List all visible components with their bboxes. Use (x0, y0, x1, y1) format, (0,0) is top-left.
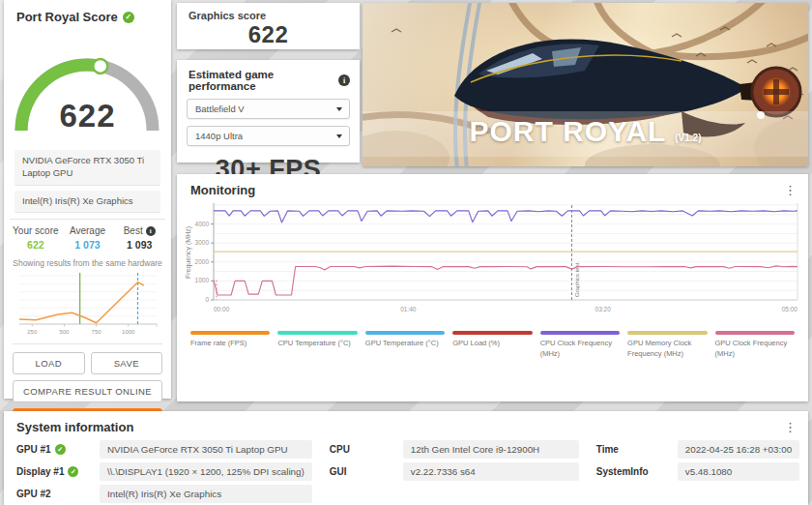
legend-swatch (540, 331, 620, 335)
best-value: 1 093 (113, 239, 165, 251)
legend-swatch (277, 331, 357, 335)
sysinfo-row-systeminfo: SystemInfo v5.48.1080 (596, 462, 799, 481)
check-icon: ✓ (55, 444, 66, 455)
legend-item: Frame rate (FPS) (190, 331, 270, 359)
legend-label: CPU Temperature (°C) (277, 339, 357, 349)
legend-item: GPU Memory Clock Frequency (MHz) (627, 331, 707, 359)
total-score-value: 622 (4, 98, 171, 134)
legend-swatch (715, 331, 795, 335)
display1-value: \\.\DISPLAY1 (1920 × 1200, 125% DPI scal… (100, 462, 312, 481)
legend-label: Frame rate (FPS) (190, 339, 270, 349)
game-performance-title: Estimated game performance (188, 69, 338, 92)
svg-text:00:00: 00:00 (214, 306, 230, 312)
svg-text:05:00: 05:00 (782, 306, 798, 312)
your-score-label: Your score (10, 225, 62, 236)
system-information-panel: System information ⋮ GPU #1 ✓ NVIDIA GeF… (4, 411, 808, 505)
legend-swatch (452, 331, 532, 335)
monitoring-panel: Monitoring ⋮ 01000200030004000Frequency … (177, 174, 808, 401)
best-cell: Best i 1 093 (113, 225, 165, 251)
gpu-list: NVIDIA GeForce RTX 3050 Ti Laptop GPU In… (14, 150, 160, 213)
sysinfo-row-display1: Display #1 ✓ \\.\DISPLAY1 (1920 × 1200, … (16, 462, 312, 481)
score-panel-title: Port Royal Score ✓ (4, 0, 171, 26)
gpu2-value: Intel(R) Iris(R) Xe Graphics (100, 485, 312, 503)
legend-label: GPU Temperature (°C) (365, 339, 445, 349)
sysinfo-row-time: Time 2022-04-25 16:28 +03:00 (596, 440, 799, 459)
check-icon: ✓ (68, 466, 78, 477)
svg-text:250: 250 (27, 329, 38, 335)
svg-text:0: 0 (205, 296, 209, 303)
svg-text:500: 500 (59, 329, 70, 335)
preset-select[interactable]: 1440p Ultra (187, 126, 350, 146)
svg-text:2000: 2000 (195, 258, 210, 265)
system-information-title: System information (16, 420, 133, 434)
legend-swatch (365, 331, 445, 335)
svg-text:3000: 3000 (195, 239, 210, 246)
legend-item: GPU Clock Frequency (MHz) (715, 331, 795, 359)
app-window: Port Royal Score ✓ 622 NVIDIA GeForce RT… (0, 0, 812, 505)
gpu1-label: GPU #1 (16, 444, 51, 455)
results-distribution-chart: 2505007501000 (14, 270, 161, 340)
svg-text:750: 750 (91, 329, 102, 335)
svg-text:1000: 1000 (122, 329, 135, 335)
legend-item: CPU Clock Frequency (MHz) (540, 331, 620, 359)
best-info-icon[interactable]: i (146, 226, 156, 236)
graphics-score-value: 622 (177, 21, 360, 48)
your-score-value: 622 (10, 239, 62, 251)
kebab-menu-icon[interactable]: ⋮ (780, 420, 800, 434)
legend-label: GPU Clock Frequency (MHz) (715, 339, 795, 359)
gpu-list-item-1: NVIDIA GeForce RTX 3050 Ti Laptop GPU (14, 150, 160, 186)
monitoring-legend: Frame rate (FPS) CPU Temperature (°C) GP… (190, 331, 795, 359)
sysinfo-row-cpu: CPU 12th Gen Intel Core i9-12900H (330, 440, 579, 459)
svg-text:03:20: 03:20 (595, 306, 612, 312)
save-button[interactable]: SAVE (91, 352, 163, 374)
sysinfo-row-gpu2: GPU #2 Intel(R) Iris(R) Xe Graphics (16, 485, 312, 503)
time-label: Time (596, 444, 619, 455)
gui-value: v2.22.7336 s64 (403, 462, 579, 481)
gpu2-label: GPU #2 (16, 489, 51, 499)
legend-item: CPU Temperature (°C) (277, 331, 357, 359)
load-button[interactable]: LOAD (13, 352, 85, 374)
results-note: Showing results from the same hardware (10, 258, 165, 268)
kebab-menu-icon[interactable]: ⋮ (780, 183, 800, 197)
game-performance-card: Estimated game performance i Battlefield… (177, 60, 360, 163)
score-gauge: 622 (4, 28, 171, 140)
legend-label: GPU Memory Clock Frequency (MHz) (627, 339, 707, 359)
score-summary: Your score 622 Average 1 073 Best i 1 09… (10, 219, 165, 251)
average-value: 1 073 (62, 239, 114, 251)
cpu-label: CPU (330, 444, 350, 455)
banner-version: (V1.2) (675, 133, 701, 143)
your-score-cell: Your score 622 (10, 225, 62, 251)
benchmark-banner: PORT ROYAL (V1.2) (362, 3, 808, 166)
legend-label: CPU Clock Frequency (MHz) (540, 339, 620, 359)
legend-label: GPU Load (%) (452, 339, 532, 349)
preset-select-value: 1440p Ultra (195, 131, 243, 141)
banner-title: PORT ROYAL (V1.2) (362, 115, 808, 148)
sysinfo-row-gui: GUI v2.22.7336 s64 (330, 462, 579, 481)
valid-check-icon: ✓ (123, 12, 134, 23)
game-select-value: Battlefield V (195, 104, 245, 114)
average-label: Average (62, 225, 114, 236)
sysinfo-row-gpu1: GPU #1 ✓ NVIDIA GeForce RTX 3050 Ti Lapt… (16, 440, 312, 459)
chevron-down-icon (336, 107, 342, 111)
graphics-score-card: Graphics score 622 (177, 3, 360, 49)
svg-text:4000: 4000 (195, 221, 210, 227)
gpu1-value: NVIDIA GeForce RTX 3050 Ti Laptop GPU (100, 440, 312, 459)
monitoring-chart: 01000200030004000Frequency (MHz)00:0001:… (181, 199, 804, 327)
legend-swatch (190, 331, 270, 335)
legend-item: GPU Temperature (°C) (365, 331, 445, 359)
gui-label: GUI (330, 466, 347, 477)
legend-swatch (627, 331, 707, 335)
compare-result-online-button[interactable]: COMPARE RESULT ONLINE (13, 380, 162, 402)
game-performance-info-icon[interactable]: i (338, 74, 350, 86)
game-select[interactable]: Battlefield V (187, 99, 350, 119)
display1-label: Display #1 (16, 466, 64, 477)
systeminfo-label: SystemInfo (596, 466, 649, 477)
systeminfo-value: v5.48.1080 (678, 462, 799, 481)
cpu-value: 12th Gen Intel Core i9-12900H (403, 440, 579, 459)
score-panel-title-text: Port Royal Score (16, 10, 118, 24)
svg-text:1000: 1000 (195, 277, 210, 283)
score-panel: Port Royal Score ✓ 622 NVIDIA GeForce RT… (4, 0, 171, 399)
chevron-down-icon (336, 134, 342, 138)
legend-item: GPU Load (%) (452, 331, 532, 359)
graphics-score-label: Graphics score (177, 3, 360, 21)
